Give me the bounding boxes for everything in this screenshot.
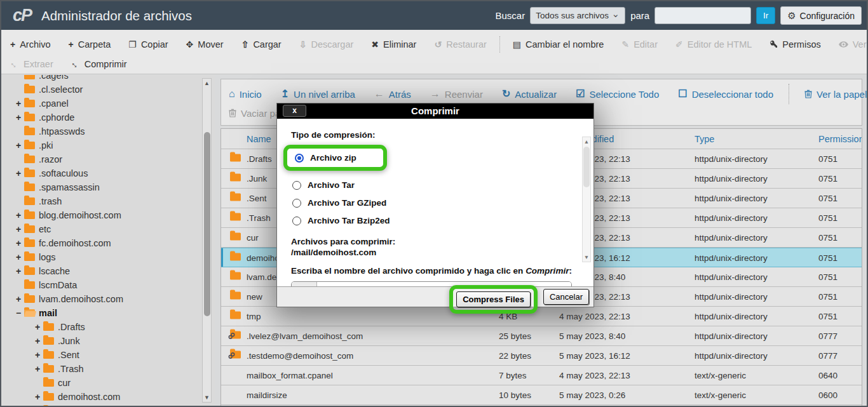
- toolbar-item-mover[interactable]: ✥Mover: [186, 39, 224, 50]
- tree-expander-icon[interactable]: +: [33, 392, 42, 402]
- file-name: .Drafts: [247, 154, 272, 164]
- tree-item-label: demoihost.com: [58, 392, 120, 402]
- toolbar-item-label: Comprimir: [85, 59, 127, 69]
- nav-item-seleccione-todo[interactable]: ☑Seleccione Todo: [576, 89, 659, 100]
- nav-item-ver-la-papelera[interactable]: Ver la papelera: [804, 89, 868, 100]
- table-row-tmp[interactable]: tmp4 KB4 may 2023, 22:13httpd/unix-direc…: [221, 307, 862, 326]
- tree-item-lscmdata[interactable]: lscmData: [5, 278, 199, 292]
- tree-item-cur[interactable]: cur: [5, 376, 199, 390]
- dialog-scrollbar[interactable]: ▲ ▼: [582, 137, 591, 262]
- tree-expander-icon[interactable]: +: [14, 140, 23, 150]
- radio-icon[interactable]: [292, 199, 301, 208]
- nav-item-deseleccionar-todo[interactable]: ☐Deseleccionar todo: [678, 89, 773, 100]
- tree-expander-icon[interactable]: +: [14, 210, 23, 220]
- tree-item--htpasswds[interactable]: .htpasswds: [5, 124, 199, 138]
- compression-option-archivo-tar-gziped[interactable]: Archivo Tar GZiped: [292, 198, 593, 208]
- tree-expander-icon[interactable]: +: [14, 294, 23, 304]
- toolbar-item-label: Permisos: [782, 39, 820, 50]
- sidebar-scrollbar[interactable]: ▲ ▼: [202, 78, 212, 403]
- tree-item-mail[interactable]: −mail: [5, 306, 199, 320]
- tree-item-lvam-demoihost-com[interactable]: +lvam.demoihost.com: [5, 404, 199, 406]
- nav-item-actualizar[interactable]: ↻Actualizar: [502, 89, 557, 100]
- tree-item--cagefs[interactable]: .cagefs: [5, 75, 199, 83]
- tree-item--sent[interactable]: +.Sent: [5, 348, 199, 362]
- tree-item--pki[interactable]: +.pki: [5, 138, 199, 152]
- toolbar-item-cambiar-el-nombre[interactable]: ▤Cambiar el nombre: [513, 39, 604, 50]
- search-input[interactable]: [654, 7, 751, 24]
- tree-expander-icon[interactable]: +: [14, 112, 23, 123]
- tree-item--trash[interactable]: .trash: [5, 194, 199, 208]
- tree-item--spamassassin[interactable]: .spamassassin: [5, 180, 199, 194]
- tree-expander-icon[interactable]: +: [14, 224, 23, 234]
- radio-icon[interactable]: [292, 181, 301, 190]
- toolbar-item-eliminar[interactable]: ✖Eliminar: [371, 39, 416, 50]
- tree-item--drafts[interactable]: +.Drafts: [5, 320, 199, 334]
- tree-expander-icon[interactable]: +: [14, 168, 23, 178]
- table-row-maildirsize[interactable]: maildirsize10 bytes5 may 2023, 0:26text/…: [221, 385, 862, 405]
- tree-item-lscache[interactable]: +lscache: [5, 264, 199, 278]
- tree-item--junk[interactable]: +.Junk: [5, 334, 199, 348]
- tree-expander-icon[interactable]: +: [14, 238, 23, 248]
- tree-expander-icon[interactable]: +: [14, 98, 23, 109]
- scroll-down-icon[interactable]: ▼: [583, 253, 590, 261]
- tree-item-label: lvam.demoihost.com: [39, 294, 123, 304]
- search-scope-select[interactable]: Todos sus archivos ⌄: [530, 7, 625, 24]
- compression-option-archivo-tar[interactable]: Archivo Tar: [292, 180, 593, 190]
- go-button[interactable]: Ir: [756, 7, 775, 24]
- radio-icon[interactable]: [292, 217, 301, 225]
- radio-selected-icon[interactable]: [295, 154, 304, 163]
- scroll-up-icon[interactable]: ▲: [203, 79, 211, 88]
- table-row--lvelez-lvam-demoihost-com[interactable]: .lvelez@lvam_demoihost_com25 bytes5 may …: [221, 326, 862, 346]
- column-header-name[interactable]: Name: [247, 134, 271, 144]
- tree-item--cl-selector[interactable]: .cl.selector: [5, 83, 199, 97]
- tree-expander-icon[interactable]: +: [14, 252, 23, 262]
- tree-item--cphorde[interactable]: +.cphorde: [5, 110, 199, 124]
- tree-item--cpanel[interactable]: +.cpanel: [5, 97, 199, 110]
- tree-item--razor[interactable]: .razor: [5, 152, 199, 166]
- compression-option-archivo-tar-bzip2ed[interactable]: Archivo Tar Bzip2ed: [292, 216, 593, 225]
- column-header-type[interactable]: Type: [695, 134, 714, 144]
- tree-item--trash[interactable]: +.Trash: [5, 362, 199, 376]
- table-row-mailbox-format-cpanel[interactable]: mailbox_format.cpanel7 bytes4 may 2023, …: [221, 366, 862, 385]
- compression-option-archivo-zip-highlighted[interactable]: Archivo zip: [283, 145, 387, 171]
- tree-item--softaculous[interactable]: +.softaculous: [5, 166, 199, 180]
- compress-files-button[interactable]: Compress Files: [456, 291, 531, 307]
- tree-item-etc[interactable]: +etc: [5, 222, 199, 236]
- tree-item-demoihost-com[interactable]: +demoihost.com: [5, 390, 199, 404]
- nav-item-atr-s[interactable]: ←Atrás: [374, 89, 411, 100]
- toolbar-item-comprimir[interactable]: ↔Comprimir: [71, 59, 127, 69]
- tree-item-logs[interactable]: +logs: [5, 250, 199, 264]
- nav-item-un-nivel-arriba[interactable]: ↥Un nivel arriba: [281, 89, 355, 100]
- tree-item-blog-demoihost-com[interactable]: +blog.demoihost.com: [5, 208, 199, 222]
- nav-item-inicio[interactable]: ⌂Inicio: [229, 89, 262, 100]
- column-header-permissions[interactable]: Permissions: [818, 134, 862, 144]
- scroll-down-icon[interactable]: ▼: [203, 393, 211, 402]
- toolbar-item-archivo[interactable]: +Archivo: [10, 39, 51, 50]
- tree-expander-icon[interactable]: +: [33, 322, 42, 332]
- toolbar-item-permisos[interactable]: Permisos: [770, 39, 820, 50]
- tree-item-fc-demoihost-com[interactable]: +fc.demoihost.com: [5, 236, 199, 250]
- tree-expander-icon[interactable]: +: [33, 364, 42, 374]
- tree-expander-icon[interactable]: +: [33, 336, 42, 346]
- up-level-icon: ↥: [281, 89, 289, 99]
- tree-expander-icon[interactable]: +: [14, 266, 23, 276]
- tree-item-label: lscache: [39, 266, 70, 276]
- scrollbar-thumb[interactable]: [583, 147, 590, 187]
- file-size: 25 bytes: [499, 331, 531, 341]
- dialog-close-button[interactable]: x: [283, 105, 306, 117]
- toolbar-item-carpeta[interactable]: +Carpeta: [69, 39, 111, 50]
- file-name: cur: [247, 233, 259, 243]
- toolbar-item-cargar[interactable]: ⇧Cargar: [241, 39, 281, 50]
- tree-expander-icon[interactable]: −: [14, 308, 23, 318]
- scrollbar-thumb[interactable]: [204, 132, 210, 316]
- file-type: httpd/unix-directory: [695, 331, 768, 341]
- tree-item-lvam-demoihost-com[interactable]: +lvam.demoihost.com: [5, 292, 199, 306]
- settings-button[interactable]: ⚙ Configuración: [780, 6, 862, 25]
- toolbar-item-copiar[interactable]: ❐Copiar: [128, 39, 168, 50]
- scroll-up-icon[interactable]: ▲: [583, 138, 590, 145]
- cancel-button[interactable]: Cancelar: [543, 289, 589, 305]
- table-row--testdemo-demoihost-com[interactable]: .testdemo@demoihost_com22 bytes5 may 202…: [221, 346, 862, 366]
- nav-item-label: Deseleccionar todo: [692, 89, 773, 100]
- folder-icon: [24, 142, 35, 149]
- tree-expander-icon[interactable]: +: [33, 350, 42, 360]
